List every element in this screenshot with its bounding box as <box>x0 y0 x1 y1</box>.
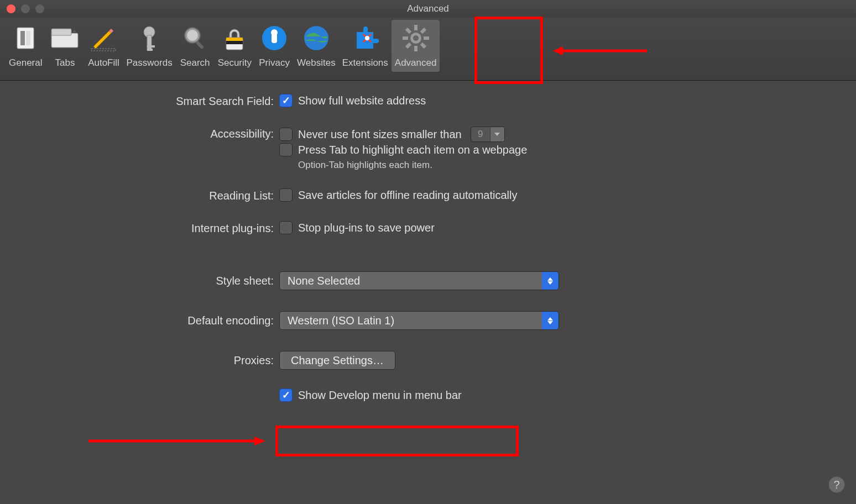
select-knob-icon <box>542 312 559 329</box>
press-tab-text: Press Tab to highlight each item on a we… <box>298 144 527 156</box>
svg-point-21 <box>365 36 369 40</box>
toolbar-item-privacy[interactable]: Privacy <box>255 20 294 72</box>
min-font-text: Never use font sizes smaller than <box>298 128 462 141</box>
toolbar-label: General <box>9 57 42 69</box>
toolbar-item-passwords[interactable]: Passwords <box>123 20 175 72</box>
window-minimize-button[interactable] <box>21 4 30 13</box>
toolbar-label: AutoFill <box>88 57 119 69</box>
style-sheet-value: None Selected <box>288 275 360 287</box>
chevron-down-icon[interactable] <box>490 127 504 141</box>
min-font-value: 9 <box>471 129 490 140</box>
svg-rect-15 <box>226 38 243 41</box>
annotation-highlight-develop <box>275 426 519 456</box>
reading-list-label: Reading List: <box>0 188 279 202</box>
default-encoding-value: Western (ISO Latin 1) <box>288 314 394 327</box>
tabs-icon: + <box>49 22 81 54</box>
show-full-address-text: Show full website address <box>298 95 426 107</box>
websites-icon <box>300 22 332 54</box>
toolbar-label: Extensions <box>342 57 388 69</box>
svg-rect-10 <box>147 49 153 51</box>
accessibility-label: Accessibility: <box>0 127 279 140</box>
svg-rect-24 <box>414 46 417 51</box>
preferences-content: Smart Search Field: Show full website ad… <box>0 81 856 402</box>
toolbar-label: Passwords <box>126 57 172 69</box>
toolbar-item-autofill[interactable]: AutoFill <box>84 20 123 72</box>
min-font-checkbox[interactable] <box>279 128 293 141</box>
show-full-address-checkbox[interactable] <box>279 94 293 107</box>
toolbar-item-search[interactable]: Search <box>176 20 215 72</box>
help-button[interactable]: ? <box>828 476 845 493</box>
svg-rect-16 <box>226 41 243 44</box>
toolbar-item-extensions[interactable]: Extensions <box>339 20 392 72</box>
window-zoom-button[interactable] <box>35 4 44 13</box>
search-icon <box>179 22 211 54</box>
svg-marker-35 <box>254 437 265 445</box>
toolbar-label: Security <box>218 57 252 69</box>
stop-plugins-text: Stop plug-ins to save power <box>298 222 435 234</box>
svg-rect-30 <box>420 43 426 49</box>
toolbar-item-websites[interactable]: Websites <box>294 20 339 72</box>
svg-rect-25 <box>403 36 408 40</box>
smart-search-label: Smart Search Field: <box>0 94 279 108</box>
passwords-icon <box>133 22 165 54</box>
toolbar-item-advanced[interactable]: Advanced <box>392 20 440 72</box>
show-develop-menu-checkbox[interactable] <box>279 389 293 402</box>
toolbar-label: Websites <box>297 57 336 69</box>
window-title: Advanced <box>0 3 856 14</box>
toolbar-label: Tabs <box>55 57 75 69</box>
stop-plugins-checkbox[interactable] <box>279 221 293 234</box>
security-icon <box>218 22 250 54</box>
annotation-arrow-to-develop <box>88 435 265 447</box>
svg-rect-13 <box>195 41 204 50</box>
window-titlebar: Advanced <box>0 0 856 18</box>
svg-point-31 <box>413 35 419 41</box>
min-font-stepper[interactable]: 9 <box>471 127 505 142</box>
svg-rect-1 <box>20 31 25 45</box>
traffic-lights <box>7 4 44 13</box>
svg-rect-4 <box>51 29 71 35</box>
svg-rect-2 <box>26 31 30 45</box>
svg-text:+: + <box>72 28 76 35</box>
style-sheet-label: Style sheet: <box>0 271 279 287</box>
toolbar-label: Privacy <box>259 57 290 69</box>
toolbar-label: Advanced <box>395 57 437 69</box>
extensions-icon <box>349 22 381 54</box>
toolbar-item-security[interactable]: Security <box>215 20 255 72</box>
svg-rect-28 <box>405 43 411 49</box>
preferences-toolbar: General + Tabs AutoFill Passwords Search… <box>0 18 856 81</box>
style-sheet-select[interactable]: None Selected <box>279 271 559 290</box>
svg-rect-0 <box>17 28 34 49</box>
accessibility-hint: Option-Tab highlights each item. <box>279 160 432 171</box>
save-offline-checkbox[interactable] <box>279 188 293 202</box>
autofill-icon <box>87 22 119 54</box>
privacy-icon <box>258 22 290 54</box>
svg-rect-9 <box>147 45 155 48</box>
save-offline-text: Save articles for offline reading automa… <box>298 189 518 202</box>
svg-rect-27 <box>420 28 426 34</box>
proxies-label: Proxies: <box>0 351 279 367</box>
show-develop-menu-text: Show Develop menu in menu bar <box>298 389 462 402</box>
svg-point-19 <box>271 29 278 36</box>
press-tab-checkbox[interactable] <box>279 143 293 156</box>
svg-point-12 <box>187 30 198 41</box>
change-settings-button[interactable]: Change Settings… <box>279 351 395 370</box>
gear-icon <box>400 22 432 54</box>
svg-rect-6 <box>91 49 116 51</box>
toolbar-item-tabs[interactable]: + Tabs <box>45 20 84 72</box>
svg-rect-23 <box>414 25 417 30</box>
default-encoding-label: Default encoding: <box>0 311 279 327</box>
toolbar-item-general[interactable]: General <box>6 20 45 72</box>
plugins-label: Internet plug-ins: <box>0 221 279 235</box>
general-icon <box>9 22 41 54</box>
svg-rect-26 <box>424 36 429 40</box>
svg-rect-29 <box>405 28 411 34</box>
select-knob-icon <box>542 272 559 290</box>
svg-rect-8 <box>147 35 152 50</box>
toolbar-label: Search <box>180 57 210 69</box>
default-encoding-select[interactable]: Western (ISO Latin 1) <box>279 311 559 330</box>
window-close-button[interactable] <box>7 4 15 13</box>
